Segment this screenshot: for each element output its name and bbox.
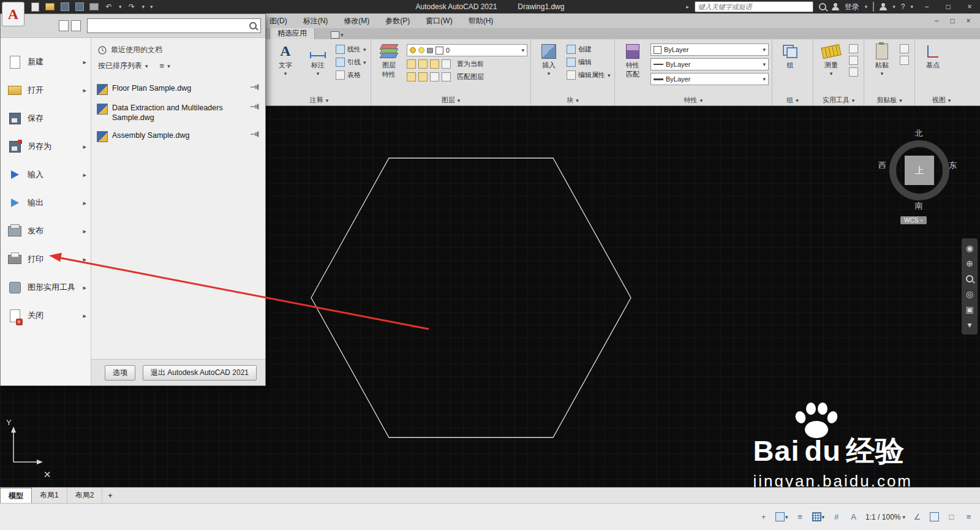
- appmenu-search-input[interactable]: [91, 21, 246, 31]
- menu-window[interactable]: 窗口(W): [426, 16, 452, 26]
- dimension-button[interactable]: 标注 ▾: [303, 41, 333, 95]
- help-caret-icon[interactable]: ▾: [910, 4, 913, 10]
- app-close-button[interactable]: ×: [962, 0, 978, 13]
- measure-button[interactable]: 测量 ▾: [816, 41, 846, 95]
- panel-label-layers[interactable]: 图层 ▾: [371, 95, 530, 105]
- lineweight-combo[interactable]: ByLayer ▾: [650, 73, 769, 85]
- recent-file-row[interactable]: Data Extraction and Multileaders Sample.…: [91, 99, 265, 127]
- orbit-icon[interactable]: ◎: [965, 289, 974, 299]
- annotation-monitor-icon[interactable]: ≡: [795, 512, 805, 522]
- redo-icon[interactable]: ↷: [127, 2, 137, 11]
- tab-layout1[interactable]: 布局1: [32, 488, 67, 503]
- open-file-icon[interactable]: [45, 2, 55, 11]
- viewcube-east[interactable]: 东: [949, 160, 957, 171]
- menu-parametric[interactable]: 参数(P): [385, 16, 410, 26]
- layer-freeze-icon[interactable]: [430, 59, 439, 69]
- edit-block-button[interactable]: 编辑: [567, 57, 611, 67]
- recent-file-row[interactable]: Floor Plan Sample.dwg: [91, 80, 265, 99]
- application-menu-button[interactable]: A: [2, 2, 24, 26]
- save-icon[interactable]: [60, 2, 69, 11]
- copy-icon[interactable]: [900, 56, 909, 65]
- appmenu-search-icon[interactable]: [249, 22, 257, 29]
- linear-dim-button[interactable]: 线性 ▾: [336, 44, 366, 55]
- appmenu-item-publish[interactable]: 发布 ▸: [1, 217, 91, 245]
- leader-button[interactable]: 引线 ▾: [336, 57, 366, 67]
- quick-select-icon[interactable]: [849, 44, 858, 53]
- layer-unisolate-icon[interactable]: [418, 72, 428, 81]
- snap-grid-icon[interactable]: #: [831, 512, 842, 522]
- edit-attributes-button[interactable]: 编辑属性 ▾: [567, 70, 611, 80]
- viewcube-south[interactable]: 南: [881, 200, 957, 211]
- pan-icon[interactable]: ⊕: [965, 259, 974, 268]
- menu-help[interactable]: 帮助(H): [469, 16, 494, 26]
- match-properties-button[interactable]: 特性 匹配: [618, 41, 647, 95]
- annotation-scale-control[interactable]: 1:1 / 100% ▾: [865, 513, 905, 521]
- app-minimize-button[interactable]: −: [919, 0, 935, 13]
- menu-draw[interactable]: 图(D): [270, 16, 287, 26]
- exit-button[interactable]: 退出 Autodesk AutoCAD 2021: [143, 365, 257, 380]
- search-icon[interactable]: [819, 3, 826, 10]
- pin-icon[interactable]: [251, 131, 260, 137]
- account-icon[interactable]: [832, 3, 839, 10]
- signin-caret-icon[interactable]: ▾: [865, 4, 868, 10]
- app-store-icon[interactable]: [873, 2, 874, 11]
- object-color-combo[interactable]: ByLayer ▾: [650, 44, 769, 56]
- panel-label-groups[interactable]: 组 ▾: [772, 95, 813, 105]
- appmenu-item-close[interactable]: 关闭 ▸: [1, 301, 91, 330]
- signin-label[interactable]: 登录: [845, 2, 859, 12]
- ribbon-display-toggle[interactable]: ▾: [331, 31, 344, 39]
- panel-label-utilities[interactable]: 实用工具 ▾: [813, 95, 864, 105]
- showmotion-icon[interactable]: ▣: [965, 305, 974, 314]
- autodesk-connect-icon[interactable]: [880, 3, 887, 10]
- layer-combo[interactable]: 0 ▾: [407, 44, 527, 56]
- menu-modify[interactable]: 修改(M): [344, 16, 369, 26]
- pin-icon[interactable]: [251, 84, 260, 90]
- graphics-performance-icon[interactable]: [929, 512, 940, 522]
- doc-minimize-button[interactable]: −: [929, 13, 944, 28]
- layer-unlock-icon[interactable]: [442, 72, 451, 81]
- viewcube-north[interactable]: 北: [881, 128, 957, 139]
- redo-caret-icon[interactable]: ▾: [142, 4, 145, 10]
- panel-label-clipboard[interactable]: 剪贴板 ▾: [864, 95, 914, 105]
- app-maximize-button[interactable]: □: [940, 0, 956, 13]
- selection-cycling-icon[interactable]: ▾: [775, 512, 788, 522]
- clean-screen-icon[interactable]: □: [946, 512, 957, 522]
- recent-sort-control[interactable]: 按已排序列表 ▾ ≡ ▾: [91, 58, 265, 76]
- tab-layout2[interactable]: 布局2: [67, 488, 103, 503]
- save-as-icon[interactable]: [75, 2, 84, 11]
- undo-icon[interactable]: ↶: [104, 2, 113, 11]
- text-button[interactable]: A 文字 ▾: [271, 41, 300, 95]
- options-button[interactable]: 选项: [105, 365, 135, 380]
- menu-dimension[interactable]: 标注(N): [303, 16, 328, 26]
- group-button[interactable]: 组: [775, 41, 805, 95]
- panel-label-properties[interactable]: 特性 ▾: [615, 95, 772, 105]
- undo-caret-icon[interactable]: ▾: [119, 4, 122, 10]
- qat-customize-icon[interactable]: ▾: [150, 4, 153, 10]
- viewcube-top-face[interactable]: 上: [905, 156, 934, 185]
- viewcube-west[interactable]: 西: [878, 160, 886, 171]
- layer-isolate-icon[interactable]: [418, 59, 428, 69]
- appmenu-item-open[interactable]: 打开 ▸: [1, 76, 91, 104]
- id-point-icon[interactable]: [849, 67, 858, 77]
- navbar-more-icon[interactable]: ▾: [965, 320, 974, 330]
- create-block-button[interactable]: 创建: [567, 44, 611, 55]
- units-icon[interactable]: ∠: [912, 512, 922, 522]
- appmenu-item-import[interactable]: 输入 ▸: [1, 161, 91, 189]
- panel-label-block[interactable]: 块 ▾: [531, 95, 614, 105]
- insert-block-button[interactable]: 插入 ▾: [534, 41, 564, 95]
- plot-icon[interactable]: [89, 2, 99, 11]
- paste-button[interactable]: 粘贴 ▾: [867, 41, 897, 95]
- viewcube-wcs-menu[interactable]: WCS ▾: [900, 216, 927, 224]
- layer-lock-tool-icon[interactable]: [442, 59, 451, 69]
- layer-walk-icon[interactable]: [407, 72, 416, 81]
- tab-featured-apps[interactable]: 精选应用: [270, 27, 315, 39]
- doc-close-button[interactable]: ×: [960, 13, 976, 28]
- appmenu-item-export[interactable]: 输出 ▸: [1, 189, 91, 217]
- match-layer-button[interactable]: 匹配图层: [457, 72, 484, 81]
- layer-thaw-all-icon[interactable]: [430, 72, 439, 81]
- cut-icon[interactable]: [900, 44, 909, 53]
- tab-model[interactable]: 模型: [0, 488, 32, 503]
- doc-restore-button[interactable]: □: [944, 13, 960, 28]
- pin-icon[interactable]: [251, 104, 260, 110]
- annotation-visibility-icon[interactable]: A: [848, 512, 859, 522]
